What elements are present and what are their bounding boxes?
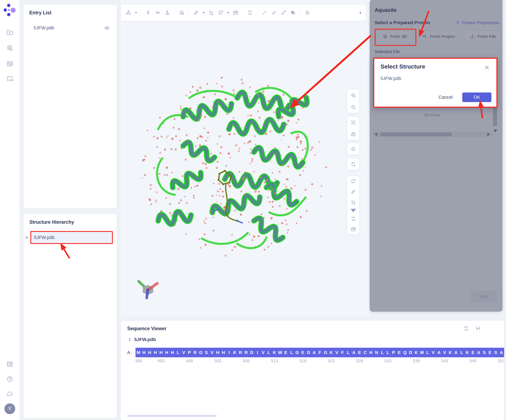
close-icon[interactable]: [484, 65, 490, 70]
dna-tool-button[interactable]: [143, 7, 153, 18]
residue[interactable]: V: [334, 348, 340, 357]
prepare-module-button[interactable]: [5, 43, 14, 53]
structure-tool-button[interactable]: [124, 7, 133, 18]
ball-stick-style-button[interactable]: [279, 7, 288, 18]
residue[interactable]: H: [170, 348, 175, 357]
residue[interactable]: F: [317, 348, 323, 357]
residue[interactable]: I: [254, 348, 260, 357]
rings-tool-button[interactable]: [153, 7, 163, 18]
tree-expand-caret-icon[interactable]: [26, 236, 28, 239]
residue[interactable]: H: [368, 348, 374, 357]
sequence-band[interactable]: MHHHHHHLVPRGSVHHIKRRDIVLKWELGEGAFGKVFLAE…: [135, 348, 504, 357]
residue[interactable]: Q: [402, 348, 408, 357]
residue[interactable]: E: [300, 348, 306, 357]
residue[interactable]: G: [323, 348, 328, 357]
residue[interactable]: M: [419, 348, 425, 357]
swap-view-button[interactable]: [347, 214, 359, 224]
bookmark-tool-button[interactable]: [216, 7, 226, 18]
residue[interactable]: E: [283, 348, 289, 357]
residue[interactable]: W: [277, 348, 283, 357]
wrap-sequence-icon[interactable]: [475, 326, 481, 332]
residue[interactable]: H: [221, 348, 226, 357]
reset-view-button[interactable]: [347, 158, 359, 170]
sequence-entry-row[interactable]: 5JFW.pdb: [127, 337, 504, 342]
residue[interactable]: L: [175, 348, 181, 357]
bookmark-view-button[interactable]: [347, 176, 359, 186]
residue[interactable]: L: [425, 348, 430, 357]
user-avatar[interactable]: Y: [4, 403, 15, 414]
cloud-sync-button[interactable]: [5, 390, 14, 399]
snapshot-map-button[interactable]: [231, 7, 240, 18]
swap-structures-button[interactable]: [245, 7, 255, 18]
residue[interactable]: G: [294, 348, 300, 357]
residue[interactable]: G: [306, 348, 311, 357]
residue[interactable]: H: [147, 348, 153, 357]
residue[interactable]: S: [493, 348, 499, 357]
residue[interactable]: C: [362, 348, 368, 357]
residue[interactable]: D: [249, 348, 254, 357]
path-tool-button[interactable]: [206, 7, 216, 18]
log-list-button[interactable]: [5, 359, 14, 369]
zoom-out-button[interactable]: [347, 101, 359, 113]
residue[interactable]: S: [204, 348, 209, 357]
residue[interactable]: K: [465, 348, 470, 357]
residue[interactable]: V: [430, 348, 436, 357]
residue[interactable]: L: [385, 348, 391, 357]
measure-view-button[interactable]: [347, 186, 359, 197]
residue[interactable]: H: [215, 348, 221, 357]
residue[interactable]: A: [476, 348, 481, 357]
hierarchy-item-highlight[interactable]: 5JFW.pdb: [30, 231, 113, 244]
residue[interactable]: F: [340, 348, 345, 357]
ok-button[interactable]: OK: [462, 93, 492, 102]
residue[interactable]: V: [181, 348, 186, 357]
residue[interactable]: P: [391, 348, 396, 357]
measure-tool-caret[interactable]: [201, 7, 206, 18]
viewer-3d[interactable]: [121, 0, 370, 316]
more-tools-caret[interactable]: [347, 207, 359, 214]
residue[interactable]: V: [260, 348, 266, 357]
map-view-button[interactable]: [347, 224, 359, 234]
zoom-in-button[interactable]: [347, 90, 359, 101]
swap-sequence-icon[interactable]: [463, 326, 469, 332]
workspace-button[interactable]: [5, 59, 14, 68]
residue[interactable]: H: [141, 348, 147, 357]
residue[interactable]: E: [397, 348, 402, 357]
residue[interactable]: K: [328, 348, 334, 357]
residue[interactable]: K: [447, 348, 453, 357]
select-tool-button[interactable]: [177, 7, 186, 18]
residue[interactable]: R: [243, 348, 249, 357]
residue[interactable]: S: [481, 348, 487, 357]
residue[interactable]: A: [351, 348, 357, 357]
viewer-settings-button[interactable]: [303, 7, 312, 18]
residue[interactable]: H: [153, 348, 158, 357]
jobs-button[interactable]: JOB: [5, 74, 14, 83]
screenshot-button[interactable]: [347, 128, 359, 140]
residue[interactable]: A: [453, 348, 459, 357]
residue[interactable]: V: [209, 348, 215, 357]
residue[interactable]: L: [459, 348, 464, 357]
residue[interactable]: R: [238, 348, 243, 357]
residue[interactable]: H: [158, 348, 164, 357]
residue[interactable]: K: [272, 348, 277, 357]
residue[interactable]: I: [226, 348, 232, 357]
add-entry-button[interactable]: [5, 28, 14, 37]
residue[interactable]: L: [289, 348, 294, 357]
residue[interactable]: A: [436, 348, 442, 357]
residue[interactable]: N: [374, 348, 380, 357]
residue[interactable]: R: [192, 348, 198, 357]
dialog-file-name[interactable]: 5JFW.pdb: [380, 76, 401, 81]
spacefill-style-button[interactable]: [288, 7, 298, 18]
fit-view-button[interactable]: [347, 117, 359, 128]
residue[interactable]: L: [266, 348, 272, 357]
line-style-button[interactable]: [260, 7, 269, 18]
structure-tool-caret[interactable]: [133, 7, 139, 18]
flask-tool-button[interactable]: [163, 7, 172, 18]
residue[interactable]: G: [198, 348, 204, 357]
residue[interactable]: A: [311, 348, 317, 357]
residue[interactable]: A: [499, 348, 504, 357]
cancel-button[interactable]: Cancel: [437, 94, 454, 100]
residue[interactable]: E: [470, 348, 476, 357]
bookmark-tool-caret[interactable]: [226, 7, 231, 18]
sequence-scrollbar-thumb[interactable]: [127, 415, 217, 417]
visibility-eye-icon[interactable]: [104, 25, 110, 31]
